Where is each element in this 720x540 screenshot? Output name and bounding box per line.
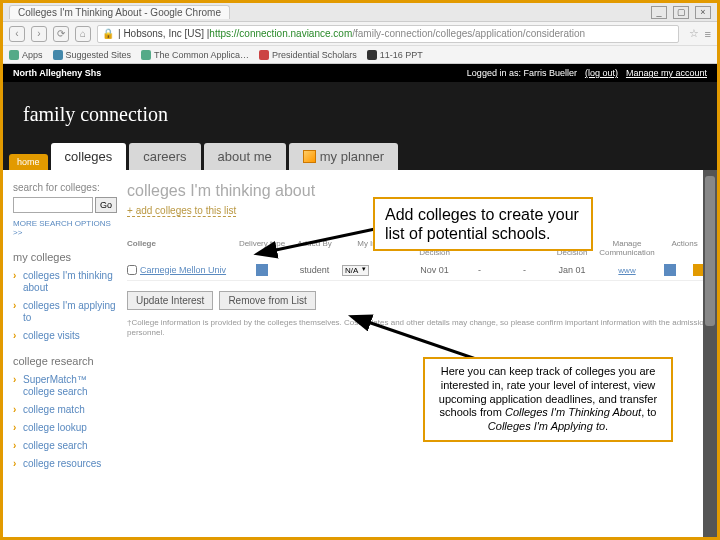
- deadline-ed: Nov 01: [412, 265, 457, 275]
- search-go-button[interactable]: Go: [95, 197, 117, 213]
- forward-button[interactable]: ›: [31, 26, 47, 42]
- site-icon: [367, 50, 377, 60]
- manage-link[interactable]: www: [618, 266, 635, 275]
- sidebar-item-supermatch[interactable]: SuperMatch™ college search: [13, 371, 117, 401]
- ssl-org: | Hobsons, Inc [US] |: [118, 28, 209, 39]
- bookmark-star-icon[interactable]: ☆: [689, 27, 699, 40]
- row-checkbox[interactable]: [127, 265, 137, 275]
- window-close-button[interactable]: ×: [695, 6, 711, 19]
- bookmark-apps[interactable]: Apps: [9, 50, 43, 60]
- address-bar[interactable]: 🔒 | Hobsons, Inc [US] | https://connecti…: [97, 25, 679, 43]
- nav-about-me[interactable]: about me: [204, 143, 286, 170]
- site-icon: [53, 50, 63, 60]
- sidebar-section-research: college research: [13, 355, 117, 367]
- apps-icon: [9, 50, 19, 60]
- deadline-priority: -: [502, 265, 547, 275]
- college-search-input[interactable]: [13, 197, 93, 213]
- window-min-button[interactable]: _: [651, 6, 667, 19]
- deadline-regular: Jan 01: [547, 265, 597, 275]
- scrollbar-thumb[interactable]: [705, 176, 715, 326]
- sidebar-item-thinking[interactable]: colleges I'm thinking about: [13, 267, 117, 297]
- nav-careers[interactable]: careers: [129, 143, 200, 170]
- nav-home[interactable]: home: [9, 154, 48, 170]
- school-name: North Allegheny Shs: [13, 68, 101, 78]
- site-logo: family connection: [23, 103, 168, 126]
- back-button[interactable]: ‹: [9, 26, 25, 42]
- sidebar-item-lookup[interactable]: college lookup: [13, 419, 117, 437]
- col-manage: Manage Communication: [597, 240, 657, 258]
- window-max-button[interactable]: ▢: [673, 6, 689, 19]
- nav-my-planner[interactable]: my planner: [289, 143, 398, 170]
- bookmark-common-app[interactable]: The Common Applica…: [141, 50, 249, 60]
- home-button[interactable]: ⌂: [75, 26, 91, 42]
- site-icon: [141, 50, 151, 60]
- remove-from-list-button[interactable]: Remove from List: [219, 291, 315, 310]
- sidebar-item-match[interactable]: college match: [13, 401, 117, 419]
- deadline-ea: -: [457, 265, 502, 275]
- update-interest-button[interactable]: Update Interest: [127, 291, 213, 310]
- add-colleges-link[interactable]: add colleges to this list: [127, 205, 236, 217]
- logged-in-label: Logged in as: Farris Bueller: [467, 68, 577, 78]
- url-host: https://connection.naviance.com: [209, 28, 352, 39]
- col-college: College: [127, 240, 237, 258]
- callout-track-colleges: Here you can keep track of colleges you …: [423, 357, 673, 442]
- site-icon: [259, 50, 269, 60]
- sidebar-item-applying[interactable]: colleges I'm applying to: [13, 297, 117, 327]
- reload-button[interactable]: ⟳: [53, 26, 69, 42]
- manage-account-link[interactable]: Manage my account: [626, 68, 707, 78]
- vertical-scrollbar[interactable]: [703, 170, 717, 537]
- sidebar-item-visits[interactable]: college visits: [13, 327, 117, 345]
- svg-line-0: [271, 229, 375, 251]
- more-search-options-link[interactable]: MORE SEARCH OPTIONS >>: [13, 219, 117, 237]
- browser-tab[interactable]: Colleges I'm Thinking About - Google Chr…: [9, 5, 230, 19]
- url-path: /family-connection/colleges/application/…: [352, 28, 585, 39]
- bookmark-suggested[interactable]: Suggested Sites: [53, 50, 132, 60]
- bookmark-presidential[interactable]: Presidential Scholars: [259, 50, 357, 60]
- bookmark-ppt[interactable]: 11-16 PPT: [367, 50, 423, 60]
- search-label: search for colleges:: [13, 182, 117, 193]
- table-row: Carnegie Mellon Univ student N/A Nov 01 …: [127, 260, 712, 281]
- planner-icon: [303, 150, 316, 163]
- sidebar-item-college-search[interactable]: college search: [13, 437, 117, 455]
- menu-icon[interactable]: ≡: [705, 28, 711, 40]
- sidebar-item-resources[interactable]: college resources: [13, 455, 117, 473]
- callout-add-colleges: Add colleges to create your list of pote…: [373, 197, 593, 251]
- lock-icon: 🔒: [102, 28, 114, 39]
- nav-colleges[interactable]: colleges: [51, 143, 127, 170]
- sidebar-section-my-colleges: my colleges: [13, 251, 117, 263]
- college-name-link[interactable]: Carnegie Mellon Univ: [140, 265, 226, 275]
- logout-link[interactable]: (log out): [585, 68, 618, 78]
- action-move-icon[interactable]: [664, 264, 676, 276]
